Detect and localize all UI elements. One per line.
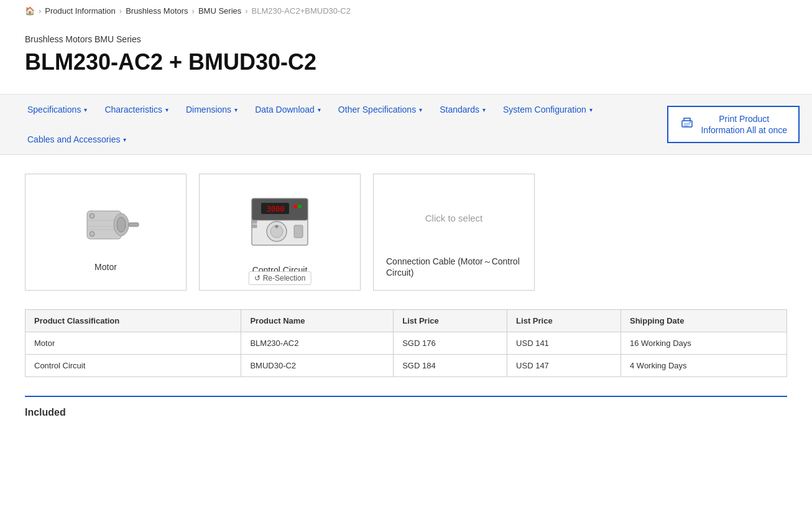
nav-label-other-specifications: Other Specifications <box>338 105 416 114</box>
nav-label-cables-accessories: Cables and Accessories <box>27 134 120 144</box>
chevron-down-icon: ▾ <box>419 106 422 113</box>
nav-label-characteristics: Characteristics <box>104 105 162 114</box>
nav-item-characteristics[interactable]: Characteristics ▾ <box>96 95 177 124</box>
nav-links: Specifications ▾ Characteristics ▾ Dimen… <box>0 95 655 154</box>
row-0-price-sgd: SGD 176 <box>394 332 507 355</box>
print-product-info-button[interactable]: Print ProductInformation All at once <box>667 106 800 143</box>
print-label: Print ProductInformation All at once <box>701 113 787 136</box>
nav-label-specifications: Specifications <box>27 105 81 114</box>
page-header: Brushless Motors BMU Series BLM230-AC2 +… <box>0 22 812 94</box>
content-area: Motor 3000 <box>0 155 812 437</box>
motor-label: Motor <box>95 262 117 272</box>
table-header-list-price-sgd: List Price <box>394 310 507 332</box>
motor-image <box>68 192 143 254</box>
breadcrumb-separator: › <box>39 6 41 16</box>
row-1-classification: Control Circuit <box>25 355 241 377</box>
row-1-product-name: BMUD30-C2 <box>241 355 394 377</box>
nav-item-data-download[interactable]: Data Download ▾ <box>246 95 330 124</box>
row-1-price-sgd: SGD 184 <box>394 355 507 377</box>
re-selection-badge[interactable]: ↺ Re-Selection <box>249 271 311 285</box>
svg-rect-6 <box>129 223 139 226</box>
nav-label-dimensions: Dimensions <box>186 105 231 114</box>
nav-item-cables-accessories[interactable]: Cables and Accessories ▾ <box>19 124 135 154</box>
svg-point-8 <box>90 231 95 236</box>
printer-icon <box>680 115 694 134</box>
breadcrumb-separator: › <box>245 6 247 16</box>
page-subtitle: Brushless Motors BMU Series <box>25 34 787 44</box>
nav-label-standards: Standards <box>440 105 479 114</box>
nav-bar: Specifications ▾ Characteristics ▾ Dimen… <box>0 94 812 155</box>
svg-point-7 <box>90 213 95 218</box>
svg-rect-22 <box>252 225 257 228</box>
table-header-classification: Product Classification <box>25 310 241 332</box>
included-title: Included <box>25 407 787 418</box>
print-button-wrap: Print ProductInformation All at once <box>655 95 812 154</box>
nav-item-system-configuration[interactable]: System Configuration ▾ <box>494 95 601 124</box>
breadcrumb: 🏠 › Product Information › Brushless Moto… <box>0 0 812 22</box>
svg-text:3000: 3000 <box>267 205 285 213</box>
connection-cable-label: Connection Cable (Motor～Control Circuit) <box>386 256 522 278</box>
svg-rect-21 <box>252 220 257 223</box>
breadcrumb-separator: › <box>192 6 195 16</box>
chevron-down-icon: ▾ <box>589 106 593 113</box>
svg-rect-23 <box>294 225 303 238</box>
row-1-shipping: 4 Working Days <box>621 355 787 377</box>
nav-item-other-specifications[interactable]: Other Specifications ▾ <box>330 95 431 124</box>
row-0-shipping: 16 Working Days <box>621 332 787 355</box>
reselection-label: Re-Selection <box>263 274 306 283</box>
nav-label-system-configuration: System Configuration <box>503 105 586 114</box>
row-0-product-name: BLM230-AC2 <box>241 332 394 355</box>
nav-item-specifications[interactable]: Specifications ▾ <box>19 95 96 124</box>
chevron-down-icon: ▾ <box>84 106 87 113</box>
chevron-down-icon: ▾ <box>482 106 486 113</box>
table-header-product-name: Product Name <box>241 310 394 332</box>
table-row: Motor BLM230-AC2 SGD 176 USD 141 16 Work… <box>25 332 787 355</box>
breadcrumb-current: BLM230-AC2+BMUD30-C2 <box>252 6 351 16</box>
reselection-icon: ↺ <box>254 274 261 283</box>
nav-label-data-download: Data Download <box>255 105 315 114</box>
row-1-price-usd: USD 147 <box>507 355 621 377</box>
svg-point-5 <box>117 217 126 232</box>
nav-item-standards[interactable]: Standards ▾ <box>431 95 494 124</box>
svg-point-2 <box>690 122 691 123</box>
home-icon[interactable]: 🏠 <box>25 6 35 16</box>
chevron-down-icon: ▾ <box>234 106 238 113</box>
breadcrumb-brushless-motors[interactable]: Brushless Motors <box>126 6 188 16</box>
connection-cable-card[interactable]: Click to select Connection Cable (Motor～… <box>373 174 535 291</box>
table-header-shipping-date: Shipping Date <box>621 310 787 332</box>
chevron-down-icon: ▾ <box>165 106 168 113</box>
svg-point-20 <box>275 225 279 228</box>
breadcrumb-bmu-series[interactable]: BMU Series <box>198 6 241 16</box>
table-header-list-price-usd: List Price <box>507 310 621 332</box>
svg-point-16 <box>293 205 297 208</box>
row-0-classification: Motor <box>25 332 241 355</box>
product-cards: Motor 3000 <box>25 174 787 291</box>
control-circuit-image: 3000 <box>239 189 320 258</box>
svg-point-17 <box>298 205 302 208</box>
breadcrumb-product-information[interactable]: Product Information <box>45 6 115 16</box>
click-to-select-text: Click to select <box>386 187 522 249</box>
motor-card[interactable]: Motor <box>25 174 187 291</box>
breadcrumb-separator: › <box>119 6 122 16</box>
product-table: Product Classification Product Name List… <box>25 309 787 377</box>
control-circuit-card[interactable]: 3000 ↺ Re-Selection Control Circuit <box>199 174 361 291</box>
included-section: Included <box>25 396 787 418</box>
row-0-price-usd: USD 141 <box>507 332 621 355</box>
chevron-down-icon: ▾ <box>318 106 321 113</box>
chevron-down-icon: ▾ <box>123 136 126 143</box>
page-title: BLM230-AC2 + BMUD30-C2 <box>25 49 787 75</box>
nav-item-dimensions[interactable]: Dimensions ▾ <box>177 95 246 124</box>
table-row: Control Circuit BMUD30-C2 SGD 184 USD 14… <box>25 355 787 377</box>
